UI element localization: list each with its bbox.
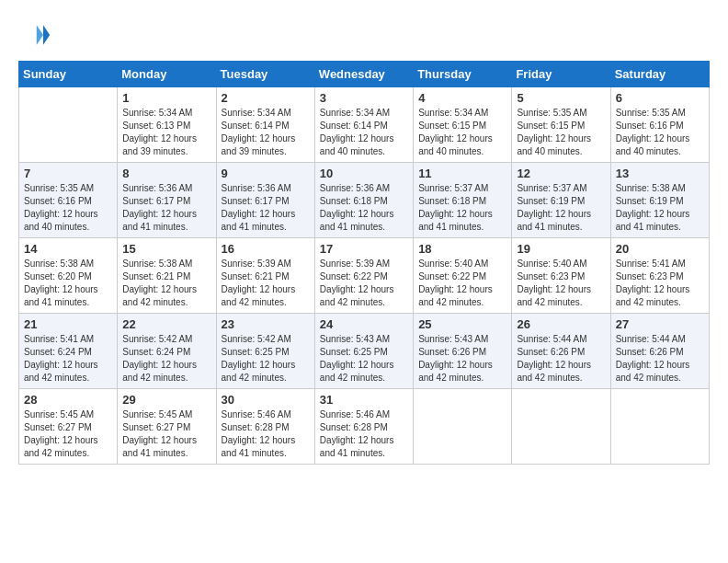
day-header-friday: Friday: [512, 62, 610, 87]
day-cell: 4Sunrise: 5:34 AM Sunset: 6:15 PM Daylig…: [414, 87, 512, 163]
day-number: 3: [320, 91, 408, 105]
day-cell: 7Sunrise: 5:35 AM Sunset: 6:16 PM Daylig…: [19, 163, 118, 238]
day-info: Sunrise: 5:44 AM Sunset: 6:26 PM Dayligh…: [517, 333, 605, 385]
day-info: Sunrise: 5:35 AM Sunset: 6:16 PM Dayligh…: [616, 107, 704, 158]
day-number: 21: [24, 317, 112, 331]
week-row-5: 28Sunrise: 5:45 AM Sunset: 6:27 PM Dayli…: [19, 389, 710, 465]
week-row-3: 14Sunrise: 5:38 AM Sunset: 6:20 PM Dayli…: [19, 238, 710, 314]
day-info: Sunrise: 5:38 AM Sunset: 6:19 PM Dayligh…: [616, 182, 704, 234]
day-cell: 1Sunrise: 5:34 AM Sunset: 6:13 PM Daylig…: [118, 87, 216, 163]
day-cell: [414, 389, 512, 465]
day-number: 22: [122, 317, 210, 331]
day-cell: 11Sunrise: 5:37 AM Sunset: 6:18 PM Dayli…: [414, 163, 512, 238]
day-number: 8: [122, 167, 210, 180]
svg-marker-0: [43, 25, 50, 45]
day-cell: 27Sunrise: 5:44 AM Sunset: 6:26 PM Dayli…: [610, 314, 709, 389]
day-info: Sunrise: 5:46 AM Sunset: 6:28 PM Dayligh…: [222, 408, 310, 460]
day-cell: 30Sunrise: 5:46 AM Sunset: 6:28 PM Dayli…: [216, 389, 314, 465]
day-info: Sunrise: 5:45 AM Sunset: 6:27 PM Dayligh…: [24, 408, 112, 460]
day-info: Sunrise: 5:37 AM Sunset: 6:19 PM Dayligh…: [517, 182, 605, 234]
day-number: 1: [122, 91, 210, 105]
day-number: 13: [616, 167, 704, 180]
day-number: 20: [616, 242, 704, 256]
day-number: 17: [320, 242, 408, 256]
day-cell: 21Sunrise: 5:41 AM Sunset: 6:24 PM Dayli…: [19, 314, 118, 389]
day-cell: 31Sunrise: 5:46 AM Sunset: 6:28 PM Dayli…: [314, 389, 413, 465]
day-number: 14: [24, 242, 112, 256]
day-info: Sunrise: 5:34 AM Sunset: 6:13 PM Dayligh…: [122, 107, 210, 158]
day-number: 30: [222, 393, 310, 407]
day-cell: 28Sunrise: 5:45 AM Sunset: 6:27 PM Dayli…: [19, 389, 118, 465]
day-info: Sunrise: 5:39 AM Sunset: 6:22 PM Dayligh…: [320, 258, 408, 309]
day-cell: [19, 87, 118, 163]
day-info: Sunrise: 5:45 AM Sunset: 6:27 PM Dayligh…: [122, 408, 210, 460]
day-cell: 12Sunrise: 5:37 AM Sunset: 6:19 PM Dayli…: [512, 163, 610, 238]
day-info: Sunrise: 5:37 AM Sunset: 6:18 PM Dayligh…: [418, 182, 506, 234]
day-header-saturday: Saturday: [610, 62, 709, 87]
day-info: Sunrise: 5:42 AM Sunset: 6:25 PM Dayligh…: [222, 333, 310, 385]
day-number: 28: [24, 393, 112, 407]
svg-marker-1: [37, 25, 43, 45]
day-header-wednesday: Wednesday: [314, 62, 413, 87]
day-header-thursday: Thursday: [414, 62, 512, 87]
day-number: 24: [320, 317, 408, 331]
day-cell: 18Sunrise: 5:40 AM Sunset: 6:22 PM Dayli…: [414, 238, 512, 314]
day-cell: 10Sunrise: 5:36 AM Sunset: 6:18 PM Dayli…: [314, 163, 413, 238]
day-number: 10: [320, 167, 408, 180]
day-info: Sunrise: 5:36 AM Sunset: 6:18 PM Dayligh…: [320, 182, 408, 234]
day-cell: 22Sunrise: 5:42 AM Sunset: 6:24 PM Dayli…: [118, 314, 216, 389]
day-number: 16: [222, 242, 310, 256]
day-cell: 24Sunrise: 5:43 AM Sunset: 6:25 PM Dayli…: [314, 314, 413, 389]
day-info: Sunrise: 5:34 AM Sunset: 6:15 PM Dayligh…: [418, 107, 506, 158]
day-header-monday: Monday: [118, 62, 216, 87]
day-info: Sunrise: 5:38 AM Sunset: 6:21 PM Dayligh…: [122, 258, 210, 309]
day-cell: 29Sunrise: 5:45 AM Sunset: 6:27 PM Dayli…: [118, 389, 216, 465]
day-info: Sunrise: 5:34 AM Sunset: 6:14 PM Dayligh…: [320, 107, 408, 158]
day-cell: [610, 389, 709, 465]
day-info: Sunrise: 5:41 AM Sunset: 6:23 PM Dayligh…: [616, 258, 704, 309]
day-info: Sunrise: 5:35 AM Sunset: 6:16 PM Dayligh…: [24, 182, 112, 234]
day-cell: 9Sunrise: 5:36 AM Sunset: 6:17 PM Daylig…: [216, 163, 314, 238]
day-cell: 3Sunrise: 5:34 AM Sunset: 6:14 PM Daylig…: [314, 87, 413, 163]
calendar-table: SundayMondayTuesdayWednesdayThursdayFrid…: [18, 61, 710, 465]
week-row-2: 7Sunrise: 5:35 AM Sunset: 6:16 PM Daylig…: [19, 163, 710, 238]
day-number: 18: [418, 242, 506, 256]
day-number: 15: [122, 242, 210, 256]
day-number: 25: [418, 317, 506, 331]
day-cell: 17Sunrise: 5:39 AM Sunset: 6:22 PM Dayli…: [314, 238, 413, 314]
day-number: 26: [517, 317, 605, 331]
day-number: 9: [222, 167, 310, 180]
day-info: Sunrise: 5:36 AM Sunset: 6:17 PM Dayligh…: [222, 182, 310, 234]
day-cell: 19Sunrise: 5:40 AM Sunset: 6:23 PM Dayli…: [512, 238, 610, 314]
day-cell: 23Sunrise: 5:42 AM Sunset: 6:25 PM Dayli…: [216, 314, 314, 389]
day-info: Sunrise: 5:43 AM Sunset: 6:25 PM Dayligh…: [320, 333, 408, 385]
day-cell: 2Sunrise: 5:34 AM Sunset: 6:14 PM Daylig…: [216, 87, 314, 163]
calendar-header-row: SundayMondayTuesdayWednesdayThursdayFrid…: [19, 62, 710, 87]
day-info: Sunrise: 5:42 AM Sunset: 6:24 PM Dayligh…: [122, 333, 210, 385]
day-info: Sunrise: 5:36 AM Sunset: 6:17 PM Dayligh…: [122, 182, 210, 234]
day-number: 29: [122, 393, 210, 407]
day-header-sunday: Sunday: [19, 62, 118, 87]
day-number: 27: [616, 317, 704, 331]
day-info: Sunrise: 5:41 AM Sunset: 6:24 PM Dayligh…: [24, 333, 112, 385]
day-info: Sunrise: 5:34 AM Sunset: 6:14 PM Dayligh…: [222, 107, 310, 158]
day-cell: 13Sunrise: 5:38 AM Sunset: 6:19 PM Dayli…: [610, 163, 709, 238]
day-cell: 8Sunrise: 5:36 AM Sunset: 6:17 PM Daylig…: [118, 163, 216, 238]
day-cell: 14Sunrise: 5:38 AM Sunset: 6:20 PM Dayli…: [19, 238, 118, 314]
day-number: 5: [517, 91, 605, 105]
day-number: 4: [418, 91, 506, 105]
week-row-1: 1Sunrise: 5:34 AM Sunset: 6:13 PM Daylig…: [19, 87, 710, 163]
day-header-tuesday: Tuesday: [216, 62, 314, 87]
day-info: Sunrise: 5:40 AM Sunset: 6:22 PM Dayligh…: [418, 258, 506, 309]
day-cell: 16Sunrise: 5:39 AM Sunset: 6:21 PM Dayli…: [216, 238, 314, 314]
day-number: 23: [222, 317, 310, 331]
day-info: Sunrise: 5:44 AM Sunset: 6:26 PM Dayligh…: [616, 333, 704, 385]
day-info: Sunrise: 5:39 AM Sunset: 6:21 PM Dayligh…: [222, 258, 310, 309]
logo-icon: [18, 18, 51, 52]
day-number: 19: [517, 242, 605, 256]
day-number: 31: [320, 393, 408, 407]
day-number: 2: [222, 91, 310, 105]
day-cell: 15Sunrise: 5:38 AM Sunset: 6:21 PM Dayli…: [118, 238, 216, 314]
day-cell: 5Sunrise: 5:35 AM Sunset: 6:15 PM Daylig…: [512, 87, 610, 163]
week-row-4: 21Sunrise: 5:41 AM Sunset: 6:24 PM Dayli…: [19, 314, 710, 389]
